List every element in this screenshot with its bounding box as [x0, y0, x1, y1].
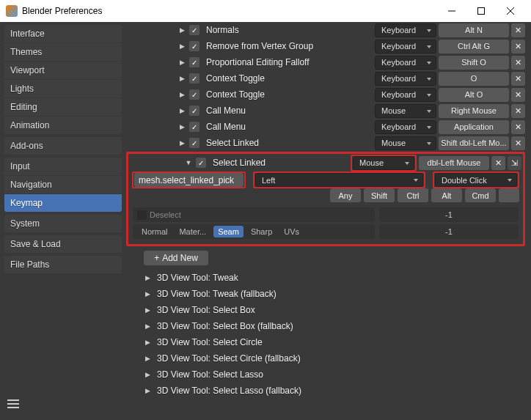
remove-binding-button[interactable]: ✕	[511, 72, 525, 86]
sidebar-item-addons[interactable]: Add-ons	[4, 137, 122, 155]
mod-cmd[interactable]: Cmd	[465, 188, 496, 202]
binding-button[interactable]: Alt O	[439, 88, 509, 102]
remove-binding-button[interactable]: ✕	[511, 136, 525, 150]
keymap-row: ▶Select LinkedMouseShift dbl-Left Mo...✕	[126, 135, 525, 151]
expand-arrow-icon[interactable]: ▶	[145, 339, 154, 346]
sidebar-item-viewport[interactable]: Viewport	[4, 62, 122, 79]
event-type-select[interactable]: Keyboard	[375, 88, 436, 102]
keymap-enable-checkbox[interactable]	[189, 41, 199, 51]
mouse-button-select[interactable]: Left	[255, 173, 423, 187]
mod-any[interactable]: Any	[330, 188, 361, 202]
keymap-enable-checkbox[interactable]	[189, 106, 199, 116]
keymap-enable-checkbox[interactable]	[189, 57, 199, 67]
delimit-value[interactable]: -1	[379, 224, 519, 239]
sidebar-item-navigation[interactable]: Navigation	[4, 176, 122, 194]
sidebar-item-animation[interactable]: Animation	[4, 117, 122, 134]
tool-category-row[interactable]: ▶3D View Tool: Tweak	[126, 270, 525, 286]
event-type-select[interactable]: Keyboard	[375, 23, 436, 37]
tool-category-row[interactable]: ▶3D View Tool: Select Box (fallback)	[126, 318, 525, 334]
binding-button[interactable]: Ctrl Alt G	[439, 40, 509, 54]
event-type-select[interactable]: Mouse	[375, 136, 436, 150]
restore-binding-button[interactable]: ⇲	[508, 156, 521, 170]
remove-binding-button[interactable]: ✕	[511, 23, 525, 37]
expand-arrow-icon[interactable]: ▶	[177, 123, 187, 130]
click-event-select[interactable]: Double Click	[435, 173, 517, 187]
binding-button[interactable]: Application	[439, 120, 509, 134]
remove-binding-button[interactable]: ✕	[511, 56, 525, 70]
tool-category-row[interactable]: ▶3D View Tool: Select Lasso (fallback)	[126, 383, 525, 399]
keymap-enable-checkbox[interactable]	[189, 73, 199, 84]
expand-arrow-icon[interactable]: ▶	[177, 91, 187, 98]
remove-binding-button[interactable]: ✕	[511, 120, 525, 134]
deselect-panel[interactable]: Deselect	[133, 207, 375, 222]
tool-category-row[interactable]: ▶3D View Tool: Tweak (fallback)	[126, 286, 525, 302]
keymap-enable-checkbox[interactable]	[189, 89, 199, 100]
sidebar-item-input[interactable]: Input	[4, 158, 122, 175]
sidebar-item-editing[interactable]: Editing	[4, 98, 122, 116]
binding-button[interactable]: Alt N	[439, 23, 509, 37]
binding-button[interactable]: O	[439, 72, 509, 86]
expand-arrow-icon[interactable]: ▶	[145, 290, 154, 298]
binding-button[interactable]: Shift dbl-Left Mo...	[439, 136, 509, 150]
sidebar-item-save-load[interactable]: Save & Load	[4, 235, 122, 253]
delimit-material[interactable]: Mater...	[175, 226, 210, 237]
collapse-arrow-icon[interactable]: ▼	[183, 159, 194, 166]
expand-arrow-icon[interactable]: ▶	[177, 26, 187, 34]
sidebar-item-keymap[interactable]: Keymap	[4, 194, 122, 212]
binding-button[interactable]: dbl-Left Mouse	[419, 156, 489, 170]
operator-id-input[interactable]: mesh.select_linked_pick	[134, 173, 243, 187]
event-type-select[interactable]: Mouse	[353, 156, 414, 170]
sidebar-item-system[interactable]: System	[4, 215, 122, 232]
event-type-select[interactable]: Keyboard	[375, 56, 436, 70]
add-new-keymap-button[interactable]: + Add New	[144, 251, 208, 265]
keymap-enable-checkbox[interactable]	[189, 25, 199, 35]
binding-button[interactable]: Right Mouse	[439, 104, 509, 118]
delimit-seam[interactable]: Seam	[213, 226, 243, 237]
expand-arrow-icon[interactable]: ▶	[177, 139, 187, 147]
event-type-select[interactable]: Mouse	[375, 104, 436, 118]
deselect-value[interactable]: -1	[379, 207, 519, 222]
close-button[interactable]	[496, 0, 525, 22]
delimit-uvs[interactable]: UVs	[279, 226, 304, 237]
binding-button[interactable]: Shift O	[439, 56, 509, 70]
tool-category-row[interactable]: ▶3D View Tool: Select Lasso	[126, 366, 525, 383]
tool-category-row[interactable]: ▶3D View Tool: Select Circle (fallback)	[126, 350, 525, 366]
expand-arrow-icon[interactable]: ▶	[177, 107, 187, 114]
deselect-checkbox[interactable]	[137, 210, 147, 220]
remove-binding-button[interactable]: ✕	[511, 40, 525, 54]
expand-arrow-icon[interactable]: ▶	[177, 43, 187, 50]
delimit-panel: Normal Mater... Seam Sharp UVs	[133, 224, 375, 239]
expand-arrow-icon[interactable]: ▶	[145, 387, 154, 394]
expand-arrow-icon[interactable]: ▶	[177, 59, 187, 66]
keymap-item-enable-checkbox[interactable]	[196, 158, 206, 168]
minimize-button[interactable]	[437, 0, 466, 22]
sidebar-item-interface[interactable]: Interface	[4, 25, 122, 43]
keymap-enable-checkbox[interactable]	[189, 138, 199, 148]
tool-category-row[interactable]: ▶3D View Tool: Select Circle	[126, 334, 525, 350]
remove-binding-button[interactable]: ✕	[511, 88, 525, 102]
remove-binding-button[interactable]: ✕	[511, 104, 525, 118]
mod-ctrl[interactable]: Ctrl	[398, 188, 428, 202]
expand-arrow-icon[interactable]: ▶	[145, 323, 154, 330]
event-type-select[interactable]: Keyboard	[375, 40, 436, 54]
mod-extra[interactable]	[499, 188, 519, 202]
delimit-sharp[interactable]: Sharp	[246, 226, 277, 237]
expand-arrow-icon[interactable]: ▶	[145, 306, 154, 314]
event-type-select[interactable]: Keyboard	[375, 72, 436, 86]
event-type-select[interactable]: Keyboard	[375, 120, 436, 134]
expand-arrow-icon[interactable]: ▶	[145, 371, 154, 378]
keymap-enable-checkbox[interactable]	[189, 122, 199, 132]
sidebar-item-file-paths[interactable]: File Paths	[4, 256, 122, 273]
expand-arrow-icon[interactable]: ▶	[145, 274, 154, 281]
delimit-normal[interactable]: Normal	[137, 226, 172, 237]
preferences-menu-button[interactable]	[4, 397, 122, 416]
remove-binding-button[interactable]: ✕	[491, 156, 505, 170]
mod-alt[interactable]: Alt	[431, 188, 462, 202]
maximize-button[interactable]	[466, 0, 496, 22]
expand-arrow-icon[interactable]: ▶	[177, 75, 187, 82]
tool-category-row[interactable]: ▶3D View Tool: Select Box	[126, 302, 525, 318]
sidebar-item-themes[interactable]: Themes	[4, 43, 122, 61]
expand-arrow-icon[interactable]: ▶	[145, 355, 154, 362]
sidebar-item-lights[interactable]: Lights	[4, 80, 122, 97]
mod-shift[interactable]: Shift	[364, 188, 395, 202]
